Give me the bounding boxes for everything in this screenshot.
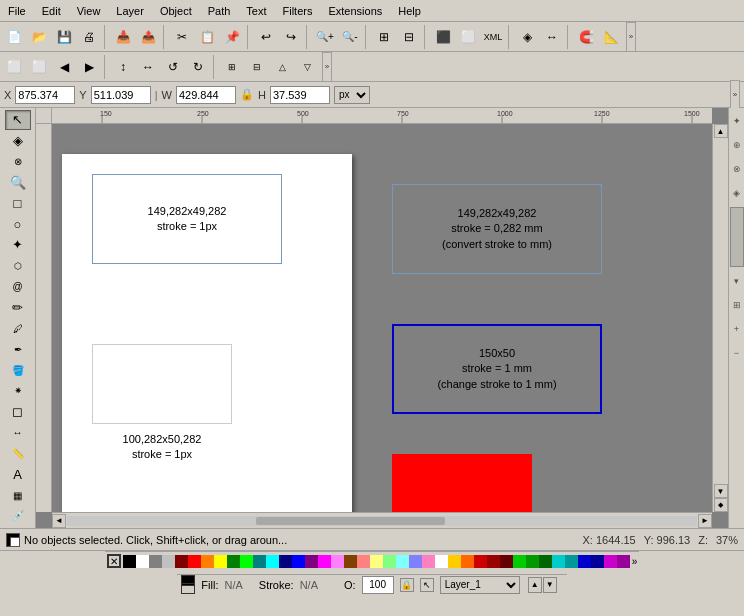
ctx-btn2[interactable]: ⬜	[27, 55, 51, 79]
ctx-btn3[interactable]: ◀	[52, 55, 76, 79]
select-tool[interactable]: ↖	[5, 110, 31, 130]
opacity-input[interactable]	[362, 576, 394, 594]
cut-btn[interactable]: ✂	[170, 25, 194, 49]
menu-filters[interactable]: Filters	[275, 3, 321, 19]
toolbar2-expand[interactable]: »	[322, 52, 332, 82]
ctx-btn8[interactable]: ↻	[186, 55, 210, 79]
shape-top-right[interactable]: 149,282x49,282 stroke = 0,282 mm (conver…	[392, 184, 602, 274]
ungroup-btn[interactable]: ⊟	[397, 25, 421, 49]
ctx-btn12[interactable]: ▽	[295, 55, 319, 79]
x-input[interactable]	[15, 86, 75, 104]
layer-down-btn[interactable]: ▼	[543, 577, 557, 593]
zoom-tool[interactable]: 🔍	[5, 173, 31, 193]
spray-tool[interactable]: ⁕	[5, 381, 31, 401]
shape-red[interactable]	[392, 454, 532, 512]
no-color-btn[interactable]: ✕	[107, 554, 121, 568]
layer-up-btn[interactable]: ▲	[528, 577, 542, 593]
vscroll-down[interactable]: ▼	[714, 484, 728, 498]
canvas-area[interactable]: 150 250 500 750 1000 1250 1500	[36, 108, 728, 528]
palette-cell[interactable]	[604, 555, 617, 568]
menu-extensions[interactable]: Extensions	[320, 3, 390, 19]
node-tool[interactable]: ◈	[5, 131, 31, 151]
paste-btn[interactable]: 📌	[220, 25, 244, 49]
connector-tool[interactable]: ↔	[5, 423, 31, 443]
palette-cell[interactable]	[162, 555, 175, 568]
palette-cell[interactable]	[474, 555, 487, 568]
palette-cell[interactable]	[188, 555, 201, 568]
palette-cell[interactable]	[227, 555, 240, 568]
palette-cell[interactable]	[344, 555, 357, 568]
gradient-tool[interactable]: ▦	[5, 485, 31, 505]
snap-btn[interactable]: 🧲	[574, 25, 598, 49]
redo-btn[interactable]: ↪	[279, 25, 303, 49]
ctx-btn9[interactable]: ⊞	[220, 55, 244, 79]
palette-cell[interactable]	[526, 555, 539, 568]
menu-text[interactable]: Text	[238, 3, 274, 19]
palette-cell[interactable]	[409, 555, 422, 568]
hscroll-right[interactable]: ►	[698, 514, 712, 528]
snap-right-btn2[interactable]: ⊕	[730, 134, 744, 156]
palette-cell[interactable]	[461, 555, 474, 568]
palette-cell[interactable]	[617, 555, 630, 568]
measure-tool[interactable]: 📏	[5, 444, 31, 464]
zoom-in-btn[interactable]: 🔍+	[313, 25, 337, 49]
snap2-btn[interactable]: 📐	[599, 25, 623, 49]
cursor-btn[interactable]: ↖	[420, 578, 434, 592]
layer-select[interactable]: Layer_1	[440, 576, 520, 594]
rect-tool[interactable]: □	[5, 193, 31, 213]
menu-object[interactable]: Object	[152, 3, 200, 19]
palette-cell[interactable]	[539, 555, 552, 568]
menu-edit[interactable]: Edit	[34, 3, 69, 19]
h-input[interactable]	[270, 86, 330, 104]
palette-cell[interactable]	[513, 555, 526, 568]
snap-right-btn4[interactable]: ◈	[730, 182, 744, 204]
palette-cell[interactable]	[435, 555, 448, 568]
import-btn[interactable]: 📥	[111, 25, 135, 49]
save-btn[interactable]: 💾	[52, 25, 76, 49]
hscroll-left[interactable]: ◄	[52, 514, 66, 528]
shape-top-left[interactable]: 149,282x49,282 stroke = 1px	[92, 174, 282, 264]
palette-cell[interactable]	[318, 555, 331, 568]
palette-cell[interactable]	[266, 555, 279, 568]
palette-cell[interactable]	[578, 555, 591, 568]
eraser-tool[interactable]: ◻	[5, 402, 31, 422]
text-tool[interactable]: A	[5, 464, 31, 484]
palette-cell[interactable]	[279, 555, 292, 568]
ctx-btn4[interactable]: ▶	[77, 55, 101, 79]
tweak-tool[interactable]: ⊗	[5, 152, 31, 172]
ctx-btn10[interactable]: ⊟	[245, 55, 269, 79]
snap-right-btn1[interactable]: ✦	[730, 110, 744, 132]
menu-file[interactable]: File	[0, 3, 34, 19]
canvas-scroll[interactable]: 149,282x49,282 stroke = 1px 100,282x50,2…	[52, 124, 712, 512]
fill-stroke-btn[interactable]: ⬜	[456, 25, 480, 49]
palette-cell[interactable]	[370, 555, 383, 568]
eyedropper-tool[interactable]: 💉	[5, 506, 31, 526]
new-btn[interactable]: 📄	[2, 25, 26, 49]
copy-btn[interactable]: 📋	[195, 25, 219, 49]
palette-cell[interactable]	[383, 555, 396, 568]
palette-cell[interactable]	[591, 555, 604, 568]
stroke-color-box[interactable]	[181, 583, 195, 594]
spiral-tool[interactable]: @	[5, 277, 31, 297]
vscroll-up[interactable]: ▲	[714, 124, 728, 138]
pen-tool[interactable]: 🖊	[5, 318, 31, 338]
lock-icon[interactable]: 🔒	[240, 88, 254, 101]
snap-right-btn5[interactable]: ▾	[730, 270, 744, 292]
w-input[interactable]	[176, 86, 236, 104]
palette-cell[interactable]	[253, 555, 266, 568]
paint-tool[interactable]: 🪣	[5, 360, 31, 380]
hscroll-thumb[interactable]	[256, 517, 445, 525]
snap-right-btn8[interactable]: −	[730, 342, 744, 364]
menu-view[interactable]: View	[69, 3, 109, 19]
shape-bottom-left[interactable]	[92, 344, 232, 424]
menu-help[interactable]: Help	[390, 3, 429, 19]
palette-cell[interactable]	[240, 555, 253, 568]
palette-expand[interactable]: »	[632, 556, 638, 567]
palette-cell[interactable]	[175, 555, 188, 568]
ctx-btn11[interactable]: △	[270, 55, 294, 79]
transform-btn[interactable]: ↔	[540, 25, 564, 49]
coords-expand[interactable]: »	[730, 80, 740, 110]
palette-cell[interactable]	[565, 555, 578, 568]
3d-box-tool[interactable]: ⬡	[5, 256, 31, 276]
palette-cell[interactable]	[448, 555, 461, 568]
